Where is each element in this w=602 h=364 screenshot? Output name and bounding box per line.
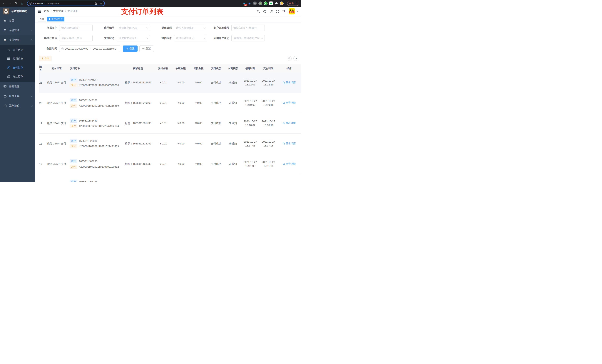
help-icon[interactable]: ? bbox=[270, 10, 273, 13]
site-info-icon[interactable]: i bbox=[29, 2, 32, 5]
view-detail-link[interactable]: 查看详情 bbox=[283, 162, 296, 166]
magnifier-icon bbox=[283, 102, 285, 104]
sidebar-item-refund-order[interactable]: 退款订单 bbox=[0, 72, 35, 81]
monitor-chart-icon bbox=[3, 85, 7, 88]
search-button[interactable]: 搜索 bbox=[123, 45, 138, 52]
refund-status-select[interactable]: 请选择退款状态 bbox=[174, 35, 207, 42]
pay-channel: 微信 JSAPI 支付 bbox=[44, 122, 69, 125]
pay-order-cell: 商户 1635311251796 支付 bbox=[69, 178, 122, 182]
puzzle-extensions-icon[interactable] bbox=[275, 1, 278, 5]
notify-status: 未通知 bbox=[225, 101, 241, 105]
app-logo: 芋道管理系统 bbox=[0, 7, 35, 16]
breadcrumb-pay[interactable]: 支付管理 bbox=[53, 10, 64, 13]
pay-channel: 微信 JSAPI 支付 bbox=[44, 142, 69, 145]
breadcrumb-home[interactable]: 首页 bbox=[44, 10, 49, 13]
sidebar-fold-icon[interactable] bbox=[38, 10, 41, 13]
sidebar-item-pay-order[interactable]: ¥ 支付订单 bbox=[0, 63, 35, 72]
view-detail-link[interactable]: 查看详情 bbox=[283, 81, 296, 84]
pay-tag: 支付 bbox=[70, 144, 77, 148]
sidebar-item-pay[interactable]: ¥ 支付管理 bbox=[0, 35, 35, 45]
table-row: 19 微信 JSAPI 支付 商户 1635311881440 支付 42000… bbox=[39, 113, 301, 134]
table-search-toggle-icon[interactable] bbox=[287, 56, 291, 61]
chevron-up-icon bbox=[31, 39, 32, 41]
merchant-order-no: 1635311468233 bbox=[79, 160, 97, 163]
magnifier-icon bbox=[283, 142, 285, 145]
sidebar-item-workflow[interactable]: 工作流程 bbox=[0, 101, 35, 111]
page-content: 所属商户 请选择所属商户 应用编号 请选择应用信息 渠道编码 请输入渠道编码 bbox=[35, 22, 301, 182]
pay-amount: ￥0.01 bbox=[154, 122, 172, 125]
pay-amount: ￥0.01 bbox=[154, 162, 172, 166]
font-size-icon[interactable]: TT bbox=[282, 10, 285, 13]
pay-tag: 支付 bbox=[70, 165, 77, 169]
date-range-input[interactable]: 2021-10-01 00:00:00 - 2021-10-31 23:59:5… bbox=[59, 45, 120, 52]
user-avatar[interactable] bbox=[289, 8, 295, 14]
reset-button[interactable]: ⟳ 重置 bbox=[140, 45, 154, 52]
channel-order-no-input[interactable]: 请输入渠道订单号 bbox=[59, 35, 93, 42]
tab-pay-order[interactable]: 支付订单 ✕ bbox=[47, 17, 64, 21]
merchant-select[interactable]: 请选择所属商户 bbox=[59, 25, 93, 31]
product-title: 标题：1635311823086 bbox=[122, 142, 154, 145]
channel-code-select[interactable]: 请输入渠道编码 bbox=[174, 25, 207, 31]
sidebar-item-home[interactable]: 首页 bbox=[0, 16, 35, 26]
date-end[interactable]: 2021-10-31 23:59:59 bbox=[93, 47, 116, 50]
share-icon[interactable] bbox=[94, 1, 97, 6]
reload-icon[interactable]: ⟳ bbox=[14, 1, 19, 6]
fullscreen-icon[interactable] bbox=[276, 10, 279, 13]
filter-row-2: 渠道订单号 请输入渠道订单号 支付状态 请选择支付状态 退款状态 请选择退款状态 bbox=[39, 35, 301, 42]
address-bar[interactable]: i localhost:1024/pay/order ☆ bbox=[27, 1, 105, 6]
app-title: 芋道管理系统 bbox=[11, 10, 27, 13]
sidebar-item-app-info[interactable]: 应用信息 bbox=[0, 54, 35, 63]
order-id: 21 bbox=[39, 81, 44, 84]
pay-status-select[interactable]: 请选择支付状态 bbox=[117, 35, 150, 42]
tab-home[interactable]: 首页 bbox=[38, 17, 46, 21]
create-time: 2021-10-2713:17:03 bbox=[241, 140, 259, 148]
pay-order-cell: 商户 1635311823086 支付 42000011672021102710… bbox=[69, 138, 122, 150]
yen-circle-icon: ¥ bbox=[7, 66, 11, 69]
action-cell: 查看详情 bbox=[277, 81, 301, 84]
merchant-order-no-input[interactable]: 请输入商户订单编号 bbox=[231, 25, 265, 31]
sidebar-item-system[interactable]: ⚙ 系统管理 bbox=[0, 26, 35, 35]
pay-channel: 微信 JSAPI 支付 bbox=[44, 81, 69, 84]
action-cell: 查看详情 bbox=[277, 122, 301, 125]
back-icon[interactable]: ← bbox=[2, 1, 7, 6]
action-cell: 查看详情 bbox=[277, 142, 301, 145]
view-detail-link[interactable]: 查看详情 bbox=[283, 101, 296, 104]
action-cell: 查看详情 bbox=[277, 162, 301, 166]
chevron-down-icon bbox=[146, 37, 148, 39]
avatar-dropdown-caret[interactable] bbox=[297, 11, 298, 12]
table-body: 21 微信 JSAPI 支付 商户 1635312124657 支付 42000… bbox=[39, 73, 301, 182]
profile-avatar-icon[interactable]: 😀 bbox=[280, 1, 284, 5]
extension-icon[interactable] bbox=[258, 1, 262, 5]
extension-icon[interactable]: ◈ bbox=[248, 1, 251, 5]
forward-icon[interactable]: → bbox=[8, 1, 13, 6]
browser-menu-icon[interactable]: ⋮ bbox=[295, 2, 297, 5]
tab-close-icon[interactable]: ✕ bbox=[61, 18, 63, 20]
channel-order-no: 4200001173202110272847982104 bbox=[79, 125, 119, 127]
sidebar-item-infra[interactable]: 基础设施 bbox=[0, 82, 35, 91]
extension-icon[interactable]: ◆ 10 bbox=[242, 1, 246, 5]
chevron-down-icon bbox=[31, 85, 32, 87]
extension-icon[interactable]: y bbox=[264, 1, 268, 5]
notify-status-select[interactable]: 请选择订单回调商户状态 bbox=[231, 35, 265, 42]
fee-amount: ￥0.00 bbox=[172, 162, 190, 166]
toolbox-icon bbox=[3, 95, 7, 97]
browser-update-button[interactable]: 更新 ⋮ bbox=[287, 1, 299, 6]
tags-view-bar: 首页 支付订单 ✕ bbox=[35, 16, 301, 22]
view-detail-link[interactable]: 查看详情 bbox=[283, 122, 296, 125]
sidebar-item-devtools[interactable]: 研发工具 bbox=[0, 91, 35, 101]
app-select[interactable]: 请选择应用信息 bbox=[117, 25, 150, 31]
bookmark-star-icon[interactable]: ☆ bbox=[99, 1, 103, 6]
export-button[interactable]: 导出 bbox=[39, 56, 52, 61]
chevron-down-icon bbox=[261, 37, 263, 39]
table-refresh-icon[interactable]: ⟳ bbox=[293, 56, 298, 61]
extension-icon[interactable] bbox=[269, 1, 273, 5]
date-start[interactable]: 2021-10-01 00:00:00 bbox=[65, 47, 88, 50]
github-icon[interactable] bbox=[263, 10, 267, 13]
merchant-tag: 商户 bbox=[70, 139, 77, 143]
sidebar-item-merchant-info[interactable]: 商户信息 bbox=[0, 45, 35, 54]
extension-icon[interactable]: ⌘ bbox=[253, 1, 257, 5]
view-detail-link[interactable]: 查看详情 bbox=[283, 142, 296, 145]
home-icon[interactable]: ⌂ bbox=[20, 1, 24, 6]
url-text: localhost:1024/pay/order bbox=[33, 2, 60, 5]
search-icon[interactable] bbox=[257, 10, 260, 13]
